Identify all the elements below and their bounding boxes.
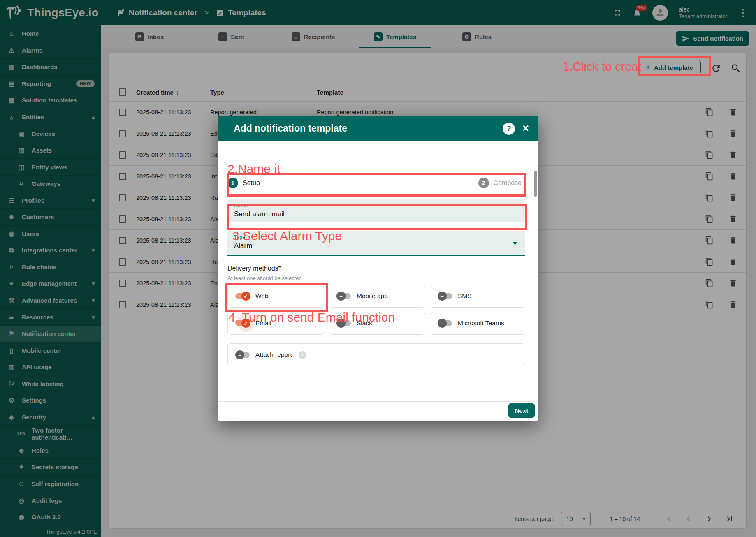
microsoft-teams-toggle[interactable]: – — [438, 319, 453, 328]
attach-report-label: Attach report — [255, 351, 292, 359]
attach-report-toggle[interactable]: – — [235, 350, 250, 359]
annotation-step4-rect — [225, 283, 328, 312]
delivery-methods-label: Delivery methods* — [227, 265, 281, 272]
modal-scrollbar[interactable] — [534, 171, 537, 197]
modal-footer: Next — [218, 401, 538, 421]
annotation-step1-text: 1.Click to creat — [563, 60, 642, 74]
annotation-step3-text: 3.Select Alarm Type — [232, 229, 342, 243]
close-icon[interactable]: × — [522, 123, 529, 134]
annotation-step3-rect — [227, 204, 527, 230]
delivery-methods-hint: At least one should be selected — [227, 275, 302, 281]
type-select-value: Alarm — [234, 242, 518, 250]
modal-header: Add notification template ? × — [218, 116, 538, 141]
delivery-method-mobile-app[interactable]: – Mobile app — [329, 285, 425, 308]
annotation-step1-rect — [638, 56, 711, 76]
add-notification-template-modal: Add notification template ? × 1 Setup 2 … — [218, 116, 538, 421]
annotation-step4-text: 4. Turn on send Email function — [228, 310, 395, 324]
sms-toggle[interactable]: – — [438, 292, 453, 301]
attach-report-card: – Attach report i — [227, 343, 525, 366]
modal-title: Add notification template — [234, 123, 347, 134]
help-button[interactable]: ? — [503, 123, 515, 135]
next-button[interactable]: Next — [508, 403, 535, 418]
dropdown-caret-icon — [513, 242, 517, 245]
delivery-method-sms[interactable]: – SMS — [430, 285, 526, 308]
annotation-step2-rect — [227, 173, 526, 197]
mobile-app-toggle[interactable]: – — [336, 292, 352, 301]
delivery-method-microsoft-teams[interactable]: – Microsoft Teams — [430, 312, 526, 335]
info-icon: i — [299, 351, 306, 359]
